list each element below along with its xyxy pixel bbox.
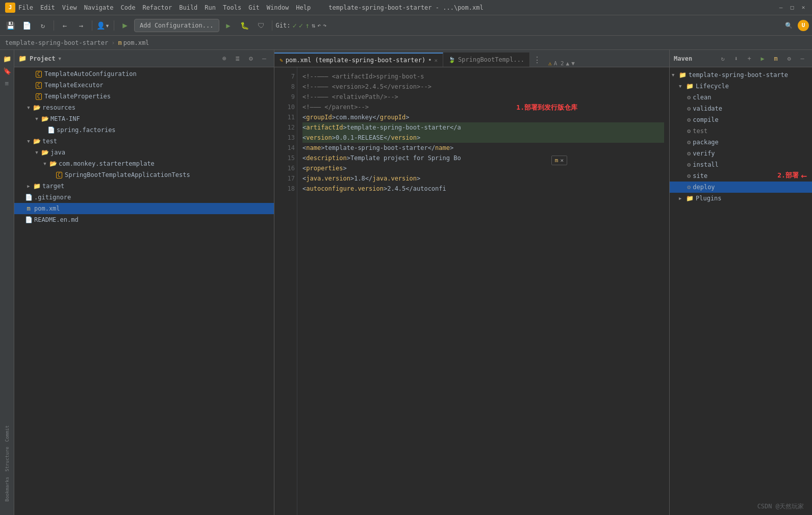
- error-nav-up[interactable]: ▲: [566, 60, 570, 67]
- collapse-all-button[interactable]: ≣: [232, 53, 243, 64]
- run-button[interactable]: ▶: [221, 18, 236, 33]
- project-panel-toggle[interactable]: 📁: [2, 53, 13, 64]
- git-sync-icon[interactable]: ⇅: [312, 22, 315, 29]
- tab-label: pom.xml (template-spring-boot-starter): [286, 57, 426, 64]
- tree-item-templateexecutor[interactable]: C TemplateExecutor: [14, 80, 274, 91]
- menu-build[interactable]: Build: [179, 4, 197, 11]
- project-dropdown-arrow[interactable]: ▼: [59, 56, 61, 61]
- maven-settings-icon[interactable]: ⚙: [783, 53, 795, 64]
- locate-file-button[interactable]: ⊕: [219, 53, 230, 64]
- maven-package[interactable]: ⚙ package: [670, 137, 812, 148]
- menu-navigate[interactable]: Navigate: [84, 4, 114, 11]
- project-settings-button[interactable]: ⚙: [245, 53, 257, 64]
- tab-more-button[interactable]: ⋮: [530, 53, 544, 67]
- maven-download-button[interactable]: ⬇: [730, 53, 742, 64]
- maven-install[interactable]: ⚙ install: [670, 159, 812, 170]
- code-content[interactable]: <!--——— <artifactId>spring-boot-s <!--——…: [297, 67, 669, 515]
- save-all-button[interactable]: 📄: [19, 18, 34, 33]
- user-avatar[interactable]: U: [798, 20, 809, 31]
- tab-pomxml[interactable]: ✎ pom.xml (template-spring-boot-starter)…: [274, 53, 443, 67]
- menu-code[interactable]: Code: [121, 4, 136, 11]
- maven-compile[interactable]: ⚙ compile: [670, 114, 812, 125]
- menu-file[interactable]: File: [18, 4, 33, 11]
- maximize-button[interactable]: □: [789, 4, 796, 11]
- tab-close-button[interactable]: ✕: [434, 57, 438, 64]
- menu-window[interactable]: Window: [267, 4, 289, 11]
- sync-button[interactable]: ↻: [36, 18, 50, 33]
- menu-edit[interactable]: Edit: [40, 4, 55, 11]
- maven-minimize-button[interactable]: —: [797, 53, 808, 64]
- maven-plugins[interactable]: ▶ 📁 Plugins: [670, 193, 812, 204]
- tree-item-metainf[interactable]: ▼ 📂 META-INF: [14, 113, 274, 124]
- tree-item-springfactories[interactable]: 📄 spring.factories: [14, 124, 274, 136]
- tree-item-test[interactable]: ▼ 📂 test: [14, 136, 274, 147]
- maven-m-button[interactable]: m: [770, 53, 781, 64]
- toolbar-separator-1: [54, 20, 54, 31]
- coverage-button[interactable]: 🛡: [254, 18, 268, 33]
- save-button[interactable]: 💾: [3, 18, 17, 33]
- maven-test[interactable]: ⚙ test: [670, 125, 812, 137]
- toolbar-separator-2: [92, 20, 92, 31]
- file-label: resources: [42, 104, 75, 111]
- search-icon[interactable]: 🔍: [781, 18, 796, 33]
- error-nav-down[interactable]: ▼: [571, 60, 575, 67]
- code-line-15: <description>Template project for Spring…: [302, 153, 664, 163]
- maven-verify[interactable]: ⚙ verify: [670, 148, 812, 159]
- maven-deploy[interactable]: ⚙ deploy: [670, 182, 812, 193]
- file-tree: C TemplateAutoConfiguration C TemplateEx…: [14, 67, 274, 515]
- maven-actions: ↻ ⬇ + ▶ m ⚙ —: [717, 53, 808, 64]
- tree-item-templateautoconfig[interactable]: C TemplateAutoConfiguration: [14, 68, 274, 80]
- file-label: README.en.md: [34, 216, 79, 223]
- user-button[interactable]: 👤▾: [96, 18, 110, 33]
- maven-clean[interactable]: ⚙ clean: [670, 92, 812, 103]
- commit-label[interactable]: Commit: [5, 423, 10, 444]
- close-project-panel-button[interactable]: —: [259, 53, 270, 64]
- maven-run-button[interactable]: ▶: [757, 53, 768, 64]
- tree-item-gitignore[interactable]: 📄 .gitignore: [14, 192, 274, 203]
- close-button[interactable]: ✕: [800, 4, 807, 11]
- maven-site[interactable]: ⚙ site: [670, 170, 812, 182]
- run-config-arrow[interactable]: ▶: [118, 18, 132, 33]
- breadcrumb-project[interactable]: template-spring-boot-starter: [5, 39, 108, 46]
- bookmarks-icon[interactable]: 🔖: [2, 65, 13, 76]
- tree-item-pomxml[interactable]: m pom.xml: [14, 203, 274, 214]
- main-layout: 📁 🔖 ≡ Commit Structure Bookmarks 📁 Proje…: [0, 50, 812, 515]
- forward-button[interactable]: →: [74, 18, 88, 33]
- tree-item-readme[interactable]: 📄 README.en.md: [14, 214, 274, 225]
- maven-validate[interactable]: ⚙ validate: [670, 103, 812, 114]
- menu-tools[interactable]: Tools: [223, 4, 241, 11]
- maven-add-button[interactable]: +: [744, 53, 755, 64]
- tree-item-resources[interactable]: ▼ 📂 resources: [14, 102, 274, 113]
- git-push-icon: ↑: [305, 21, 309, 30]
- bookmarks-label[interactable]: Bookmarks: [5, 475, 10, 504]
- menu-help[interactable]: Help: [296, 4, 311, 11]
- maven-refresh-button[interactable]: ↻: [717, 53, 728, 64]
- menu-run[interactable]: Run: [205, 4, 216, 11]
- structure-label[interactable]: Structure: [5, 445, 10, 474]
- tree-item-pkg[interactable]: ▼ 📂 com.monkey.startertemplate: [14, 158, 274, 169]
- breadcrumb-file[interactable]: pom.xml: [123, 39, 149, 46]
- toolbar-separator-4: [272, 20, 272, 31]
- tree-item-target[interactable]: ▶ 📁 target: [14, 181, 274, 192]
- tree-item-springboottests[interactable]: C SpringBootTemplateApplicationTests: [14, 169, 274, 181]
- tree-item-templateprops[interactable]: C TemplateProperties: [14, 91, 274, 102]
- tab-springboottempl[interactable]: 🍃 SpringBootTempl...: [443, 53, 530, 67]
- maven-project-root[interactable]: ▼ 📁 template-spring-boot-starte: [670, 69, 812, 81]
- menu-view[interactable]: View: [62, 4, 77, 11]
- debug-button[interactable]: 🐛: [238, 18, 252, 33]
- menu-git[interactable]: Git: [248, 4, 260, 11]
- git-undo-icon[interactable]: ↶: [317, 22, 321, 29]
- tree-item-java[interactable]: ▼ 📂 java: [14, 147, 274, 158]
- structure-icon[interactable]: ≡: [2, 78, 13, 89]
- lifecycle-item-label: site: [693, 172, 707, 179]
- minimize-button[interactable]: —: [777, 4, 784, 11]
- clean-gear-icon: ⚙: [687, 94, 691, 101]
- menu-bar[interactable]: File Edit View Navigate Code Refactor Bu…: [18, 4, 311, 11]
- git-redo-icon[interactable]: ↷: [323, 22, 326, 29]
- menu-refactor[interactable]: Refactor: [142, 4, 172, 11]
- maven-lifecycle-header[interactable]: ▼ 📁 Lifecycle: [670, 81, 812, 92]
- run-config-dropdown[interactable]: Add Configuration...: [134, 19, 219, 32]
- back-button[interactable]: ←: [58, 18, 72, 33]
- popup-close[interactable]: ✕: [560, 157, 564, 164]
- lifecycle-item-label: verify: [693, 150, 715, 157]
